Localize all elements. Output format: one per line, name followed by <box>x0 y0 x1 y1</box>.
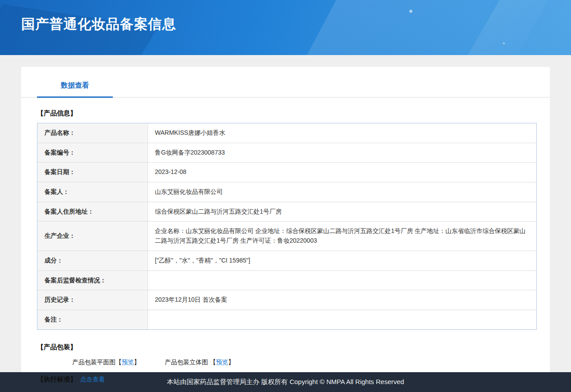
content-area: 数据查看 【产品信息】 产品名称： WARMKISS唐娜小姐香水 备案编号： 鲁… <box>0 55 571 372</box>
section-standard-heading: 【执行标准】 <box>37 375 77 383</box>
page-title: 国产普通化妆品备案信息 <box>0 0 571 33</box>
table-row: 备案日期： 2023-12-08 <box>37 163 536 182</box>
row-label: 备案编号： <box>37 143 148 163</box>
table-row: 产品名称： WARMKISS唐娜小姐香水 <box>37 123 536 143</box>
packaging-flat-label: 产品包装平面图【 <box>72 359 122 366</box>
packaging-flat-item: 产品包装平面图【预览】 <box>72 359 140 366</box>
page-header: 国产普通化妆品备案信息 <box>0 0 571 55</box>
footer-text: 本站由国家药品监督管理局主办 版权所有 Copyright © NMPA All… <box>167 378 404 386</box>
row-value: 2023-12-08 <box>148 163 536 182</box>
main-card: 数据查看 【产品信息】 产品名称： WARMKISS唐娜小姐香水 备案编号： 鲁… <box>21 67 550 392</box>
packaging-stereo-item: 产品包装立体图 【预览】 <box>165 359 234 366</box>
section-product-info-heading: 【产品信息】 <box>37 109 537 118</box>
table-row: 备案编号： 鲁G妆网备字2023008733 <box>37 143 536 163</box>
row-label: 备案后监督检查情况： <box>37 270 148 290</box>
packaging-flat-bracket: 】 <box>134 359 140 366</box>
row-label: 备案人： <box>37 182 148 202</box>
table-row: 备案后监督检查情况： <box>37 270 536 290</box>
table-row: 备案人： 山东艾丽化妆品有限公司 <box>37 182 536 202</box>
row-value: 企业名称：山东艾丽化妆品有限公司 企业地址：综合保税区蒙山二路与沂河五路交汇处1… <box>148 222 536 251</box>
row-value: WARMKISS唐娜小姐香水 <box>148 123 536 143</box>
product-info-table: 产品名称： WARMKISS唐娜小姐香水 备案编号： 鲁G妆网备字2023008… <box>37 123 536 329</box>
row-value: 综合保税区蒙山二路与沂河五路交汇处1号厂房 <box>148 202 536 222</box>
row-value: 山东艾丽化妆品有限公司 <box>148 182 536 202</box>
row-value <box>148 310 536 329</box>
table-row: 历史记录： 2023年12月10日 首次备案 <box>37 290 536 310</box>
table-row: 备案人住所地址： 综合保税区蒙山二路与沂河五路交汇处1号厂房 <box>37 202 536 222</box>
row-value: ["乙醇"，"水"，"香精"，"CI 15985"] <box>148 251 536 270</box>
packaging-row: 产品包装平面图【预览】产品包装立体图 【预览】 <box>72 359 537 366</box>
banner-decoration-dot <box>503 42 505 44</box>
row-label: 备注： <box>37 310 148 329</box>
row-label: 备案日期： <box>37 163 148 182</box>
table-row: 成分： ["乙醇"，"水"，"香精"，"CI 15985"] <box>37 251 536 270</box>
row-label: 备案人住所地址： <box>37 202 148 222</box>
table-row: 生产企业： 企业名称：山东艾丽化妆品有限公司 企业地址：综合保税区蒙山二路与沂河… <box>37 222 536 251</box>
row-label: 成分： <box>37 251 148 270</box>
packaging-stereo-bracket: 】 <box>228 359 234 366</box>
packaging-stereo-label: 产品包装立体图 【 <box>165 359 216 366</box>
row-label: 历史记录： <box>37 290 148 310</box>
row-label: 生产企业： <box>37 222 148 251</box>
row-value: 2023年12月10日 首次备案 <box>148 290 536 310</box>
standard-view-link[interactable]: 点击查看 <box>80 376 105 383</box>
packaging-stereo-preview-link[interactable]: 预览 <box>216 359 228 366</box>
tab-bar: 数据查看 <box>21 67 550 98</box>
section-packaging-heading: 【产品包装】 <box>37 343 537 351</box>
product-info-table-wrap: 产品名称： WARMKISS唐娜小姐香水 备案编号： 鲁G妆网备字2023008… <box>37 123 537 330</box>
row-label: 产品名称： <box>37 123 148 143</box>
card-body: 【产品信息】 产品名称： WARMKISS唐娜小姐香水 备案编号： 鲁G妆网备字… <box>21 98 550 392</box>
table-row: 备注： <box>37 310 536 329</box>
tab-data-view[interactable]: 数据查看 <box>37 81 113 98</box>
row-value <box>148 270 536 290</box>
row-value: 鲁G妆网备字2023008733 <box>148 143 536 163</box>
packaging-flat-preview-link[interactable]: 预览 <box>122 359 134 366</box>
